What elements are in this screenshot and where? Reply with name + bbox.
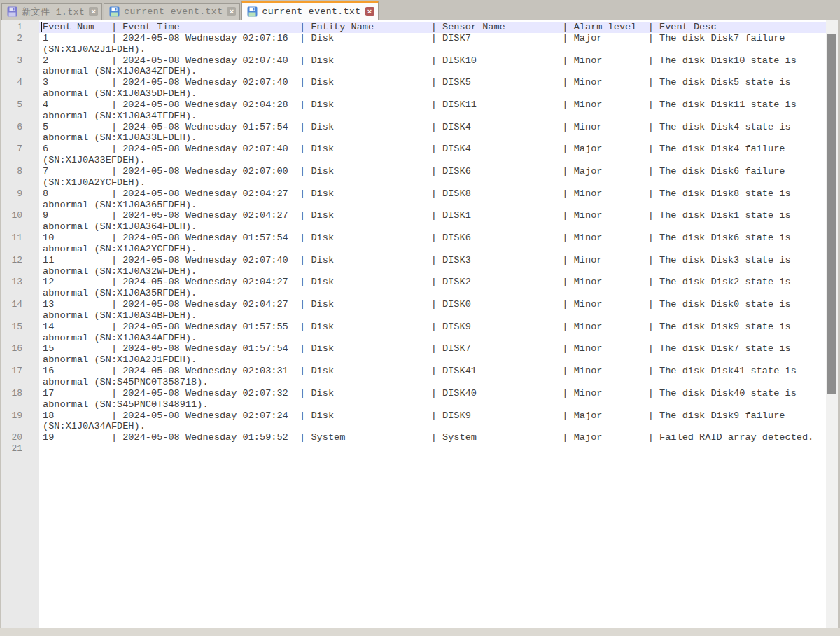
tab-bar: 新文件 1.txt × current_event.txt × current_… <box>0 0 840 20</box>
editor-line: 5 | 2024-05-08 Wednesday 01:57:54 | Disk… <box>39 122 826 133</box>
editor-line-current: Event Num | Event Time | Entity Name | S… <box>39 22 826 33</box>
editor-main: 123456789101112131415161718192021 Event … <box>1 20 838 628</box>
text-caret <box>41 22 42 32</box>
line-number: 8 <box>1 166 39 177</box>
line-number <box>1 221 39 233</box>
line-number: 7 <box>1 144 39 155</box>
editor-line: abnormal (SN:X1J0A2J1FDEH). <box>39 354 826 366</box>
line-number: 4 <box>1 77 39 88</box>
editor-line: abnormal (SN:X1J0A365FDEH). <box>39 200 826 211</box>
editor-line <box>39 443 826 455</box>
tab-title: 新文件 1.txt <box>22 6 85 18</box>
editor-line: 14 | 2024-05-08 Wednesday 01:57:55 | Dis… <box>39 322 826 333</box>
editor-line: abnormal (SN:X1J0A34TFDEH). <box>39 111 826 122</box>
editor-line: abnormal (SN:X1J0A34AFDEH). <box>39 333 826 344</box>
line-number: 19 <box>1 410 39 422</box>
floppy-disk-icon <box>109 6 120 17</box>
editor-line: 4 | 2024-05-08 Wednesday 02:04:28 | Disk… <box>39 99 826 111</box>
line-number: 21 <box>1 443 39 455</box>
tab-current-event-1[interactable]: current_event.txt × <box>104 3 240 20</box>
editor-line: 3 | 2024-05-08 Wednesday 02:07:40 | Disk… <box>39 77 826 88</box>
line-number: 9 <box>1 188 39 200</box>
line-number: 16 <box>1 343 39 354</box>
tab-title: current_event.txt <box>124 6 223 17</box>
line-number: 2 <box>1 33 39 44</box>
line-number <box>1 377 39 388</box>
close-icon[interactable]: × <box>89 7 98 16</box>
close-icon[interactable]: × <box>365 7 374 16</box>
editor-line: (SN:X1J0A2YCFDEH). <box>39 177 826 188</box>
line-number: 1 <box>1 22 39 33</box>
editor-line: 7 | 2024-05-08 Wednesday 02:07:00 | Disk… <box>39 166 826 177</box>
line-number: 17 <box>1 366 39 377</box>
editor-window: 新文件 1.txt × current_event.txt × current_… <box>0 0 840 636</box>
line-number: 14 <box>1 299 39 310</box>
line-number <box>1 354 39 366</box>
line-number: 20 <box>1 432 39 443</box>
editor-line: abnormal (SN:S45PNC0T348911). <box>39 399 826 410</box>
editor-line: 18 | 2024-05-08 Wednesday 02:07:24 | Dis… <box>39 410 826 422</box>
editor-line: 10 | 2024-05-08 Wednesday 01:57:54 | Dis… <box>39 233 826 244</box>
line-number <box>1 155 39 166</box>
editor-line: abnormal (SN:X1J0A34ZFDEH). <box>39 66 826 77</box>
tab-title: current_event.txt <box>262 6 360 17</box>
floppy-disk-icon <box>247 6 258 17</box>
editor-line: 8 | 2024-05-08 Wednesday 02:04:27 | Disk… <box>39 188 826 200</box>
editor-line: abnormal (SN:X1J0A35DFDEH). <box>39 88 826 99</box>
scrollbar-thumb[interactable] <box>827 34 836 394</box>
line-number <box>1 244 39 255</box>
line-number <box>1 310 39 322</box>
line-number: 10 <box>1 210 39 221</box>
editor-line: 15 | 2024-05-08 Wednesday 01:57:54 | Dis… <box>39 343 826 354</box>
line-number <box>1 111 39 122</box>
line-number-gutter: 123456789101112131415161718192021 <box>1 20 39 628</box>
line-number <box>1 333 39 344</box>
line-number <box>1 421 39 432</box>
editor-line: 11 | 2024-05-08 Wednesday 02:07:40 | Dis… <box>39 255 826 266</box>
line-number: 15 <box>1 322 39 333</box>
editor-line: 9 | 2024-05-08 Wednesday 02:04:27 | Disk… <box>39 210 826 221</box>
line-number <box>1 266 39 277</box>
editor-line: abnormal (SN:S45PNC0T358718). <box>39 377 826 388</box>
editor-line: (SN:X1J0A33EFDEH). <box>39 155 826 166</box>
editor-line: 16 | 2024-05-08 Wednesday 02:03:31 | Dis… <box>39 366 826 377</box>
line-number: 13 <box>1 277 39 288</box>
editor-line: 6 | 2024-05-08 Wednesday 02:07:40 | Disk… <box>39 144 826 155</box>
line-number <box>1 132 39 144</box>
tab-new-file-1[interactable]: 新文件 1.txt × <box>1 3 102 20</box>
line-number <box>1 288 39 299</box>
line-number <box>1 44 39 55</box>
floppy-disk-icon <box>7 6 18 17</box>
line-number: 6 <box>1 122 39 133</box>
editor-line: 17 | 2024-05-08 Wednesday 02:07:32 | Dis… <box>39 388 826 399</box>
line-number <box>1 200 39 211</box>
editor-line: 1 | 2024-05-08 Wednesday 02:07:16 | Disk… <box>39 33 826 44</box>
line-number: 5 <box>1 99 39 111</box>
line-number <box>1 177 39 188</box>
editor-line: 2 | 2024-05-08 Wednesday 02:07:40 | Disk… <box>39 55 826 67</box>
line-number: 18 <box>1 388 39 399</box>
editor-line: 19 | 2024-05-08 Wednesday 01:59:52 | Sys… <box>39 432 826 443</box>
editor-line: 13 | 2024-05-08 Wednesday 02:04:27 | Dis… <box>39 299 826 310</box>
editor-line: (SN:X1J0A34AFDEH). <box>39 421 826 432</box>
line-number <box>1 399 39 410</box>
bottom-bar <box>0 628 840 636</box>
vertical-scrollbar[interactable] <box>826 20 838 628</box>
editor-line: abnormal (SN:X1J0A32WFDEH). <box>39 266 826 277</box>
text-area[interactable]: Event Num | Event Time | Entity Name | S… <box>39 20 826 628</box>
editor-line: abnormal (SN:X1J0A34BFDEH). <box>39 310 826 322</box>
line-number: 11 <box>1 233 39 244</box>
line-number: 12 <box>1 255 39 266</box>
editor-line: abnormal (SN:X1J0A35RFDEH). <box>39 288 826 299</box>
line-number: 3 <box>1 55 39 67</box>
editor-line: abnormal (SN:X1J0A364FDEH). <box>39 221 826 233</box>
editor-line: 12 | 2024-05-08 Wednesday 02:04:27 | Dis… <box>39 277 826 288</box>
close-icon[interactable]: × <box>227 7 236 16</box>
editor-line: abnormal (SN:X1J0A2YCFDEH). <box>39 244 826 255</box>
editor-line: (SN:X1J0A2J1FDEH). <box>39 44 826 55</box>
tab-current-event-2-active[interactable]: current_event.txt × <box>241 1 378 20</box>
line-number <box>1 88 39 99</box>
line-number <box>1 66 39 77</box>
editor-line: abnormal (SN:X1J0A33EFDEH). <box>39 132 826 144</box>
